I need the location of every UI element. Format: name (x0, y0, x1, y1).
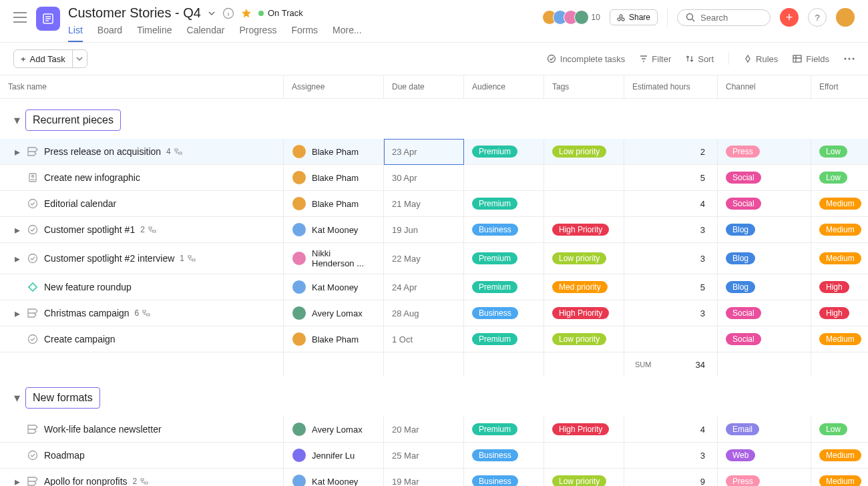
hours-cell[interactable]: 4 (624, 191, 718, 217)
audience-cell[interactable]: Business (464, 443, 544, 469)
due-date-cell[interactable]: 28 Aug (384, 300, 464, 326)
channel-cell[interactable]: Press (718, 139, 811, 165)
task-name[interactable]: Editorial calendar (44, 198, 116, 209)
menu-toggle[interactable] (13, 12, 27, 23)
tag-cell[interactable]: High Priority (544, 300, 624, 326)
user-avatar[interactable] (836, 8, 855, 27)
channel-cell[interactable]: Social (718, 326, 811, 352)
task-name[interactable]: Customer spotlight #1 (44, 224, 135, 235)
due-date-cell[interactable]: 22 May (384, 243, 464, 274)
channel-cell[interactable]: Social (718, 300, 811, 326)
due-date-cell[interactable]: 19 Mar (384, 469, 464, 486)
assignee-name[interactable]: Avery Lomax (312, 425, 363, 435)
assignee-name[interactable]: Kat Mooney (312, 282, 358, 292)
effort-cell[interactable]: Low (811, 417, 868, 443)
tag-cell[interactable]: Low priority (544, 243, 624, 274)
due-date-cell[interactable]: 23 Apr (384, 139, 464, 165)
expand-toggle[interactable]: ▸ (13, 224, 21, 236)
info-icon[interactable] (222, 7, 234, 19)
section-toggle[interactable]: ▾ (13, 391, 20, 405)
effort-cell[interactable]: High (811, 274, 868, 300)
column-header[interactable]: Due date (384, 75, 464, 99)
audience-cell[interactable] (464, 165, 544, 191)
status-pill[interactable]: On Track (258, 8, 303, 18)
assignee-name[interactable]: Kat Mooney (312, 477, 358, 487)
effort-cell[interactable]: Low (811, 139, 868, 165)
effort-cell[interactable]: Medium (811, 191, 868, 217)
audience-cell[interactable]: Business (464, 300, 544, 326)
sort-button[interactable]: Sort (686, 54, 714, 64)
filter-button[interactable]: Filter (640, 54, 671, 64)
due-date-cell[interactable]: 20 Mar (384, 417, 464, 443)
section-name[interactable]: New formats (25, 387, 100, 409)
due-date-cell[interactable]: 21 May (384, 191, 464, 217)
assignee-name[interactable]: Jennifer Lu (312, 451, 355, 461)
audience-cell[interactable]: Business (464, 217, 544, 243)
assignee-name[interactable]: Blake Pham (312, 334, 359, 344)
task-name[interactable]: Work-life balance newsletter (44, 424, 162, 435)
hours-cell[interactable]: 9 (624, 469, 718, 486)
tag-cell[interactable] (544, 191, 624, 217)
due-date-cell[interactable]: 19 Jun (384, 217, 464, 243)
tab-list[interactable]: List (68, 25, 83, 42)
task-name[interactable]: Create campaign (44, 334, 116, 344)
effort-cell[interactable]: Low (811, 165, 868, 191)
section-toggle[interactable]: ▾ (13, 113, 20, 128)
help-button[interactable]: ? (808, 8, 827, 27)
effort-cell[interactable]: Medium (811, 469, 868, 486)
hours-cell[interactable]: 3 (624, 217, 718, 243)
effort-cell[interactable]: Medium (811, 443, 868, 469)
audience-cell[interactable]: Premium (464, 243, 544, 274)
column-header[interactable]: Estimated hours (624, 75, 718, 99)
channel-cell[interactable]: Blog (718, 243, 811, 274)
fields-button[interactable]: Fields (793, 54, 829, 64)
task-name[interactable]: New feature roundup (44, 282, 132, 292)
hours-cell[interactable]: 5 (624, 165, 718, 191)
channel-cell[interactable]: Email (718, 417, 811, 443)
audience-cell[interactable]: Premium (464, 326, 544, 352)
section-name[interactable]: Recurrent pieces (25, 109, 121, 131)
tag-cell[interactable]: Low priority (544, 139, 624, 165)
tag-cell[interactable]: High Priority (544, 217, 624, 243)
assignee-name[interactable]: Nikki Henderson ... (312, 248, 375, 268)
audience-cell[interactable]: Premium (464, 274, 544, 300)
assignee-name[interactable]: Kat Mooney (312, 225, 358, 235)
audience-cell[interactable]: Premium (464, 417, 544, 443)
column-header[interactable]: Assignee (284, 75, 384, 99)
audience-cell[interactable]: Premium (464, 139, 544, 165)
effort-cell[interactable]: Medium (811, 217, 868, 243)
tag-cell[interactable]: High Priority (544, 417, 624, 443)
assignee-name[interactable]: Blake Pham (312, 173, 359, 183)
effort-cell[interactable]: Medium (811, 243, 868, 274)
channel-cell[interactable]: Blog (718, 217, 811, 243)
member-avatars[interactable]: 10 (546, 10, 600, 25)
column-header[interactable]: Effort (811, 75, 868, 99)
hours-cell[interactable]: 4 (624, 417, 718, 443)
channel-cell[interactable]: Blog (718, 274, 811, 300)
task-name[interactable]: Apollo for nonprofits (44, 476, 128, 486)
tab-more[interactable]: More... (333, 25, 362, 42)
hours-cell[interactable]: 2 (624, 139, 718, 165)
due-date-cell[interactable]: 30 Apr (384, 165, 464, 191)
tab-calendar[interactable]: Calendar (187, 25, 225, 42)
project-title[interactable]: Customer Stories - Q4 (68, 5, 201, 21)
expand-toggle[interactable]: ▸ (13, 146, 21, 158)
global-add-button[interactable]: + (780, 8, 799, 27)
rules-button[interactable]: Rules (744, 54, 778, 64)
tag-cell[interactable] (544, 443, 624, 469)
channel-cell[interactable]: Web (718, 443, 811, 469)
channel-cell[interactable]: Social (718, 191, 811, 217)
effort-cell[interactable]: Medium (811, 326, 868, 352)
assignee-name[interactable]: Avery Lomax (312, 308, 363, 318)
title-chevron-icon[interactable] (208, 9, 216, 17)
star-icon[interactable] (241, 8, 252, 19)
column-header[interactable]: Channel (718, 75, 811, 99)
audience-cell[interactable]: Premium (464, 191, 544, 217)
tag-cell[interactable]: Low priority (544, 326, 624, 352)
expand-toggle[interactable]: ▸ (13, 252, 21, 265)
task-name[interactable]: Roadmap (44, 450, 85, 461)
add-task-dropdown[interactable] (72, 50, 87, 67)
expand-toggle[interactable]: ▸ (13, 475, 21, 487)
task-name[interactable]: Press release on acquisition (44, 146, 161, 157)
more-button[interactable] (844, 57, 855, 60)
